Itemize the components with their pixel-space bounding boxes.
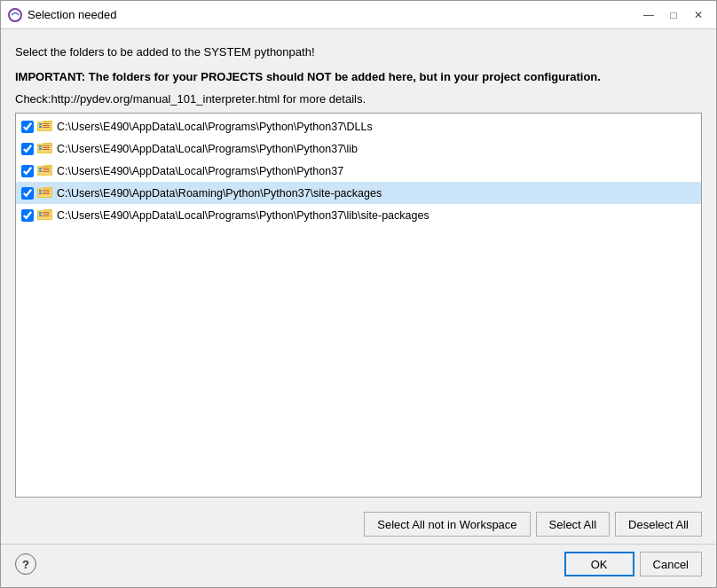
- folder-icon: [37, 184, 53, 201]
- list-item-checkbox[interactable]: [21, 187, 34, 200]
- description-line2: IMPORTANT: The folders for your PROJECTS…: [15, 68, 702, 86]
- svg-rect-21: [43, 171, 50, 172]
- folder-svg: [37, 184, 53, 199]
- bottom-row: ? OK Cancel: [1, 544, 716, 587]
- list-item[interactable]: C:\Users\E490\AppData\Local\Programs\Pyt…: [16, 137, 701, 160]
- svg-rect-32: [39, 215, 42, 216]
- svg-rect-33: [43, 212, 50, 213]
- svg-rect-26: [43, 190, 50, 191]
- title-bar-controls: — □ ✕: [638, 6, 709, 24]
- maximize-button[interactable]: □: [663, 6, 684, 24]
- svg-rect-25: [39, 192, 42, 194]
- svg-rect-35: [43, 216, 50, 216]
- title-bar-left: Selection needed: [8, 8, 116, 22]
- help-button[interactable]: ?: [15, 553, 36, 575]
- action-buttons-row: Select All not in Workspace Select All D…: [1, 505, 716, 544]
- ok-cancel-row: OK Cancel: [564, 552, 702, 576]
- list-item-path: C:\Users\E490\AppData\Local\Programs\Pyt…: [57, 209, 429, 222]
- svg-rect-10: [39, 145, 42, 147]
- close-button[interactable]: ✕: [688, 6, 709, 24]
- list-item-checkbox[interactable]: [21, 121, 34, 133]
- svg-rect-24: [39, 190, 42, 192]
- svg-rect-17: [39, 168, 42, 169]
- list-item-path: C:\Users\E490\AppData\Local\Programs\Pyt…: [57, 165, 343, 177]
- list-item-path: C:\Users\E490\AppData\Roaming\Python\Pyt…: [57, 187, 382, 200]
- cancel-button[interactable]: Cancel: [640, 552, 702, 576]
- app-icon: [8, 8, 22, 22]
- list-item[interactable]: C:\Users\E490\AppData\Roaming\Python\Pyt…: [16, 182, 701, 204]
- folder-svg: [37, 118, 53, 132]
- folder-svg: [37, 207, 53, 221]
- ok-button[interactable]: OK: [564, 552, 634, 576]
- svg-rect-20: [43, 169, 50, 170]
- svg-rect-3: [39, 123, 42, 125]
- select-all-button[interactable]: Select All: [536, 512, 610, 537]
- svg-rect-19: [43, 168, 50, 169]
- svg-rect-5: [43, 123, 50, 124]
- folder-icon: [37, 140, 53, 157]
- list-item[interactable]: C:\Users\E490\AppData\Local\Programs\Pyt…: [16, 115, 701, 137]
- description-line3: Check:http://pydev.org/manual_101_interp…: [15, 92, 702, 106]
- svg-rect-28: [43, 193, 50, 194]
- svg-rect-12: [43, 145, 50, 146]
- svg-rect-31: [39, 212, 42, 214]
- minimize-button[interactable]: —: [638, 6, 659, 24]
- svg-rect-4: [39, 126, 42, 128]
- svg-rect-6: [43, 125, 50, 126]
- folder-icon: [37, 118, 53, 135]
- list-item-path: C:\Users\E490\AppData\Local\Programs\Pyt…: [57, 121, 373, 133]
- svg-rect-18: [39, 170, 42, 172]
- list-item-checkbox[interactable]: [21, 143, 34, 155]
- svg-rect-27: [43, 192, 50, 192]
- list-item-checkbox[interactable]: [21, 209, 34, 222]
- folder-svg: [37, 162, 53, 176]
- list-item[interactable]: C:\Users\E490\AppData\Local\Programs\Pyt…: [16, 160, 701, 182]
- svg-point-0: [9, 9, 21, 21]
- folder-icon: [37, 207, 53, 223]
- svg-rect-13: [43, 147, 50, 148]
- select-all-not-workspace-button[interactable]: Select All not in Workspace: [364, 512, 530, 537]
- folder-list[interactable]: C:\Users\E490\AppData\Local\Programs\Pyt…: [15, 113, 702, 498]
- svg-rect-34: [43, 214, 50, 215]
- svg-rect-7: [43, 127, 50, 128]
- folder-svg: [37, 140, 53, 154]
- dialog-window: Selection needed — □ ✕ Select the folder…: [0, 0, 717, 588]
- folder-icon: [37, 162, 53, 179]
- svg-rect-11: [39, 148, 42, 150]
- deselect-all-button[interactable]: Deselect All: [615, 512, 702, 537]
- list-item[interactable]: C:\Users\E490\AppData\Local\Programs\Pyt…: [16, 204, 701, 226]
- dialog-body: Select the folders to be added to the SY…: [1, 29, 716, 505]
- list-item-checkbox[interactable]: [21, 165, 34, 177]
- svg-rect-14: [43, 149, 50, 150]
- title-bar: Selection needed — □ ✕: [1, 1, 716, 29]
- description-line1: Select the folders to be added to the SY…: [15, 43, 702, 61]
- list-item-path: C:\Users\E490\AppData\Local\Programs\Pyt…: [57, 143, 358, 155]
- window-title: Selection needed: [28, 8, 116, 21]
